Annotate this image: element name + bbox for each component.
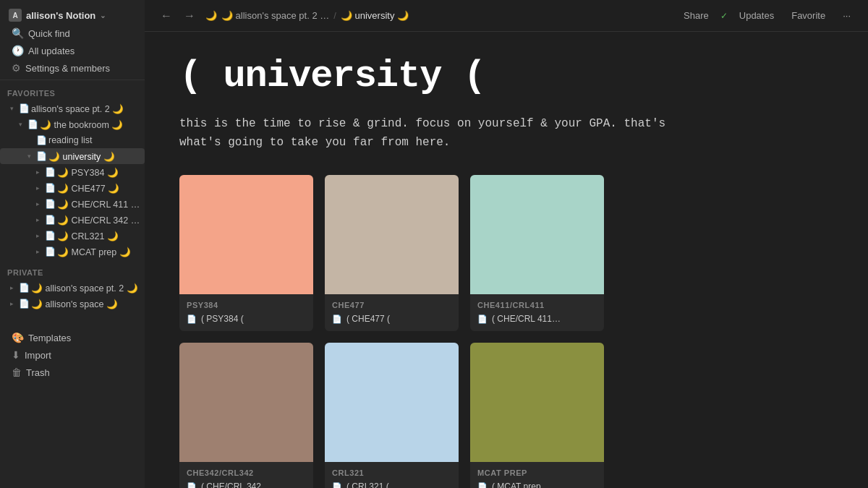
private-tree: 📄 🌙 allison's space pt. 2 🌙 📄 🌙 allison'… (0, 280, 145, 312)
tree-item-label: 🌙 PSY384 🌙 (57, 167, 142, 178)
chevron-icon (6, 282, 17, 294)
all-updates-item[interactable]: 🕐 All updates (4, 42, 140, 59)
gallery-card-che477[interactable]: CHE477 📄 ( CHE477 ( (325, 175, 459, 331)
main-area: ← → 🌙 🌙 allison's space pt. 2 … / 🌙 univ… (145, 0, 868, 488)
tree-item-che477[interactable]: 📄 🌙 CHE477 🌙 (0, 180, 145, 196)
import-icon: ⬇ (12, 349, 20, 361)
trash-label: Trash (26, 367, 50, 378)
card-content-text: ( CHE/CRL 411… (492, 314, 561, 324)
page-icon: 📄 (19, 283, 30, 293)
gallery-card-che342[interactable]: CHE342/CRL342 📄 ( CHE/CRL 342… (179, 343, 313, 488)
chevron-icon (32, 182, 43, 194)
chevron-icon (32, 246, 43, 257)
back-button[interactable]: ← (156, 7, 176, 25)
search-icon: 🔍 (12, 27, 24, 39)
tree-item-label: 🌙 MCAT prep 🌙 (57, 247, 142, 257)
card-cover-che477 (325, 175, 459, 294)
card-cover-che411 (470, 175, 604, 294)
tree-item-reading-list[interactable]: 📄 reading list (0, 132, 145, 148)
chevron-icon (14, 119, 26, 130)
card-label-che411: CHE411/CRL411 (470, 296, 604, 311)
tree-item-label: 🌙 allison's space 🌙 (31, 299, 142, 309)
gallery-card-psy384[interactable]: PSY384 📄 ( PSY384 ( (179, 175, 313, 331)
favorite-button[interactable]: Favorite (786, 7, 831, 24)
chevron-icon (6, 103, 17, 114)
card-content-crl321: 📄 ( CRL321 ( (325, 479, 459, 488)
workspace-title[interactable]: A allison's Notion ⌄ (4, 6, 140, 25)
tree-item-university[interactable]: 📄 🌙 university 🌙 (0, 148, 145, 164)
card-content-text: ( CHE/CRL 342… (201, 481, 270, 488)
gallery-card-mcat[interactable]: MCAT PREP 📄 ( MCAT prep… (470, 343, 604, 488)
gallery-card-che411[interactable]: CHE411/CRL411 📄 ( CHE/CRL 411… (470, 175, 604, 331)
tree-item-allisons-space-pt2-priv[interactable]: 📄 🌙 allison's space pt. 2 🌙 (0, 280, 145, 296)
tree-item-label: reading list (48, 135, 142, 145)
tree-item-label: 🌙 CHE477 🌙 (57, 183, 142, 194)
templates-icon: 🎨 (12, 332, 24, 343)
chevron-icon (32, 214, 43, 226)
gallery-grid: PSY384 📄 ( PSY384 ( CHE477 📄 ( CHE477 ( … (179, 175, 833, 488)
page-title: ( university ( (179, 55, 833, 98)
gallery-card-crl321[interactable]: CRL321 📄 ( CRL321 ( (325, 343, 459, 488)
private-label: PRIVATE (0, 260, 145, 280)
card-label-psy384: PSY384 (179, 296, 313, 311)
tree-item-label: 🌙 CHE/CRL 411 🌙 (57, 199, 142, 210)
card-doc-icon: 📄 (477, 314, 488, 324)
tree-item-allisons-space[interactable]: 📄 🌙 allison's space 🌙 (0, 296, 145, 312)
card-content-text: ( MCAT prep… (492, 481, 550, 488)
tree-item-label: 🌙 university 🌙 (48, 151, 142, 162)
quick-find-label: Quick find (28, 28, 70, 39)
card-content-che477: 📄 ( CHE477 ( (325, 311, 459, 331)
trash-item[interactable]: 🗑 Trash (4, 364, 140, 381)
sidebar-bottom: 🎨 Templates ⬇ Import 🗑 Trash (0, 329, 145, 381)
topbar-actions: Share ✓ Updates Favorite ··· (678, 7, 856, 24)
forward-button[interactable]: → (179, 7, 200, 25)
card-content-text: ( PSY384 ( (201, 314, 244, 324)
updates-check-icon: ✓ (720, 11, 728, 21)
page-icon: 📄 (45, 247, 56, 257)
tree-item-label: 🌙 CRL321 🌙 (57, 231, 142, 241)
card-label-mcat: MCAT PREP (470, 464, 604, 479)
card-doc-icon: 📄 (332, 482, 342, 488)
templates-item[interactable]: 🎨 Templates (4, 329, 140, 346)
settings-label: Settings & members (25, 63, 110, 74)
tree-item-che-crl-342[interactable]: 📄 🌙 CHE/CRL 342 🌙 (0, 212, 145, 228)
card-content-psy384: 📄 ( PSY384 ( (179, 311, 313, 331)
card-content-text: ( CRL321 ( (346, 481, 389, 488)
page-content: ( university ( this is the time to rise … (145, 32, 868, 488)
tree-item-allisons-space-pt2[interactable]: 📄 allison's space pt. 2 🌙 (0, 100, 145, 116)
tree-item-crl321[interactable]: 📄 🌙 CRL321 🌙 (0, 228, 145, 244)
card-content-mcat: 📄 ( MCAT prep… (470, 479, 604, 488)
chevron-icon (32, 198, 43, 210)
import-item[interactable]: ⬇ Import (4, 346, 140, 364)
sidebar-top: A allison's Notion ⌄ 🔍 Quick find 🕐 All … (0, 0, 145, 80)
breadcrumb: 🌙 🌙 allison's space pt. 2 … / 🌙 universi… (205, 10, 672, 21)
templates-label: Templates (28, 333, 71, 343)
page-icon: 📄 (19, 103, 30, 114)
sidebar: A allison's Notion ⌄ 🔍 Quick find 🕐 All … (0, 0, 145, 488)
page-icon: 📄 (19, 299, 30, 309)
card-cover-mcat (470, 343, 604, 462)
tree-item-label: allison's space pt. 2 🌙 (31, 103, 142, 114)
updates-button[interactable]: Updates (733, 7, 780, 24)
page-icon: 📄 (36, 151, 47, 161)
quick-find-item[interactable]: 🔍 Quick find (4, 25, 140, 42)
breadcrumb-space[interactable]: 🌙 allison's space pt. 2 … (221, 10, 329, 21)
tree-item-psy384[interactable]: 📄 🌙 PSY384 🌙 (0, 164, 145, 180)
favorites-label: FAVORITES (0, 80, 145, 100)
tree-item-mcat-prep[interactable]: 📄 🌙 MCAT prep 🌙 (0, 244, 145, 260)
tree-item-label: 🌙 CHE/CRL 342 🌙 (57, 215, 142, 226)
chevron-icon (32, 230, 43, 241)
more-button[interactable]: ··· (837, 7, 856, 24)
gear-icon: ⚙ (12, 62, 21, 74)
card-label-che477: CHE477 (325, 296, 459, 311)
card-doc-icon: 📄 (477, 482, 488, 488)
tree-item-che-crl-411[interactable]: 📄 🌙 CHE/CRL 411 🌙 (0, 196, 145, 212)
chevron-icon (32, 166, 43, 178)
workspace-icon: A (9, 9, 22, 22)
settings-item[interactable]: ⚙ Settings & members (4, 59, 140, 77)
share-button[interactable]: Share (678, 7, 715, 24)
nav-buttons: ← → (156, 7, 200, 25)
card-cover-crl321 (325, 343, 459, 462)
page-icon: 📄 (45, 231, 56, 241)
tree-item-the-bookroom[interactable]: 📄 🌙 the bookroom 🌙 (0, 116, 145, 132)
